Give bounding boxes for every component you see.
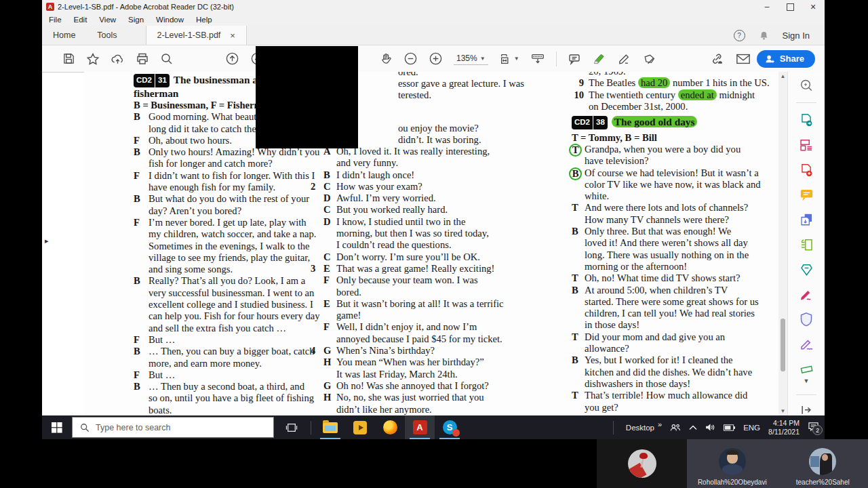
participant-tile[interactable]: teacher%20Sahel — [778, 439, 868, 488]
fill-and-sign-icon[interactable] — [799, 287, 814, 302]
comment-panel-icon[interactable] — [799, 188, 814, 203]
participant-tile[interactable] — [597, 439, 687, 488]
menu-sign[interactable]: Sign — [128, 16, 144, 24]
tab-tools[interactable]: Tools — [86, 26, 127, 45]
dialogue-line: AOh, I loved it. It was really interesti… — [311, 146, 526, 169]
speaker-letter: G — [323, 380, 336, 392]
typewriter-icon[interactable] — [530, 52, 545, 66]
menu-edit[interactable]: Edit — [74, 16, 87, 24]
share-link-icon[interactable] — [710, 52, 725, 66]
speaker-letter: T — [572, 144, 585, 167]
scroll-down-icon[interactable]: ▼ — [778, 408, 787, 414]
language-indicator[interactable]: ENG — [743, 424, 760, 432]
dialogue-line: 3EThat was a great game! Really exciting… — [311, 263, 526, 274]
sign-in-button[interactable]: Sign In — [783, 30, 810, 41]
organize-pages-icon[interactable] — [799, 138, 814, 152]
email-icon[interactable] — [736, 53, 751, 65]
export-pdf-icon[interactable] — [799, 113, 814, 127]
zoom-in-icon[interactable] — [429, 52, 443, 66]
tab-home[interactable]: Home — [42, 26, 86, 45]
taskbar-clock[interactable]: 4:14 PM8/11/2021 — [768, 419, 800, 436]
participant-tile[interactable]: Rohollah%20Obeydavi — [687, 439, 778, 488]
speaker-letter: F — [134, 334, 149, 346]
speaker-letter: T — [572, 390, 585, 413]
menu-view[interactable]: View — [99, 16, 116, 24]
speaker-letter: B — [572, 167, 585, 203]
pdf-page[interactable]: CD231The businessman and the fisherman B… — [84, 72, 821, 415]
zoom-out-icon[interactable] — [403, 52, 418, 66]
dialogue-line: HNo, no, she was just worried that you d… — [311, 392, 526, 415]
track-number: 38 — [593, 116, 608, 129]
stamp-icon[interactable] — [642, 52, 656, 66]
vertical-scrollbar[interactable]: ▲ ▼ — [778, 72, 787, 415]
scroll-up-icon[interactable]: ▲ — [778, 73, 787, 79]
speaker-letter: T — [572, 331, 585, 355]
expand-pane-icon[interactable] — [800, 405, 812, 415]
find-icon[interactable] — [160, 52, 174, 66]
taskbar-skype[interactable]: S — [435, 415, 465, 439]
participant-name: teacher%20Sahel — [778, 479, 868, 486]
protect-icon[interactable] — [799, 312, 814, 327]
help-icon[interactable]: ? — [734, 30, 745, 41]
combine-files-icon[interactable] — [799, 212, 814, 227]
chevron-down-icon[interactable]: ▼ — [804, 378, 810, 384]
speaker-letter: D — [323, 192, 336, 204]
minimize-button[interactable]: – — [755, 0, 778, 14]
taskbar-divider — [311, 421, 311, 434]
hand-tool-icon[interactable] — [380, 52, 393, 65]
speaker-letter: F — [134, 170, 149, 194]
dialogue-text: You mean “When was her birthday?” It was… — [336, 357, 526, 380]
fit-width-icon[interactable]: ▼ — [499, 52, 519, 66]
dialogue-line: FOnly because your team won. I was bored… — [311, 274, 526, 298]
file-explorer-icon — [323, 422, 338, 433]
comment-icon[interactable] — [568, 52, 581, 66]
screen: { "window": { "title": "2-Level-1-SB.pdf… — [0, 0, 868, 488]
menu-file[interactable]: File — [49, 16, 62, 24]
hidden-icons-chevron[interactable] — [689, 425, 697, 430]
scrollbar-thumb[interactable] — [781, 319, 785, 371]
page-up-icon[interactable] — [225, 52, 239, 66]
taskbar-firefox[interactable] — [375, 415, 405, 439]
start-button[interactable] — [42, 415, 72, 439]
menu-help[interactable]: Help — [196, 16, 212, 24]
create-pdf-icon[interactable] — [799, 163, 814, 178]
close-button[interactable]: × — [802, 0, 825, 14]
chevron-down-icon: ▼ — [480, 56, 486, 62]
search-document-icon[interactable] — [799, 78, 814, 93]
edit-pdf-icon[interactable] — [799, 237, 814, 252]
exchange-number: 4 — [311, 345, 323, 357]
exchange-number — [311, 357, 323, 380]
print-icon[interactable] — [136, 52, 149, 66]
menu-window[interactable]: Window — [156, 16, 184, 24]
action-center-button[interactable]: 2 — [808, 422, 819, 433]
left-pane-toggle-icon[interactable]: ▸ — [45, 237, 49, 245]
notification-bell-icon[interactable] — [759, 30, 769, 41]
zoom-level-dropdown[interactable]: 135%▼ — [454, 52, 488, 65]
cloud-upload-icon[interactable] — [111, 52, 125, 66]
compress-pdf-icon[interactable] — [799, 262, 814, 277]
search-icon — [80, 423, 90, 432]
desktop-toolbar[interactable]: Desktop» — [626, 424, 662, 432]
people-icon[interactable] — [670, 423, 681, 432]
speaker-letter: F — [323, 321, 336, 345]
acrobat-icon: A — [413, 420, 427, 434]
taskbar-acrobat[interactable]: A — [405, 415, 435, 439]
tab-document[interactable]: 2-Level-1-SB.pdf × — [146, 26, 247, 45]
tab-close-icon[interactable]: × — [230, 30, 235, 41]
highlight-icon[interactable] — [592, 52, 606, 66]
volume-icon[interactable] — [705, 423, 715, 432]
restore-button[interactable] — [778, 0, 802, 14]
exchange-number — [311, 380, 323, 392]
taskbar-search-input[interactable]: Type here to search — [72, 417, 274, 438]
star-icon[interactable] — [86, 52, 100, 66]
certificates-icon[interactable] — [799, 337, 814, 352]
speaker-letter: D — [323, 216, 336, 251]
save-icon[interactable] — [62, 52, 75, 65]
measure-icon[interactable] — [799, 362, 814, 375]
fill-sign-icon[interactable] — [617, 52, 631, 66]
task-view-button[interactable] — [277, 415, 307, 439]
battery-icon[interactable] — [724, 424, 735, 431]
taskbar-media-player[interactable] — [345, 415, 375, 439]
taskbar-file-explorer[interactable] — [315, 415, 345, 439]
share-button[interactable]: Share — [757, 50, 815, 68]
